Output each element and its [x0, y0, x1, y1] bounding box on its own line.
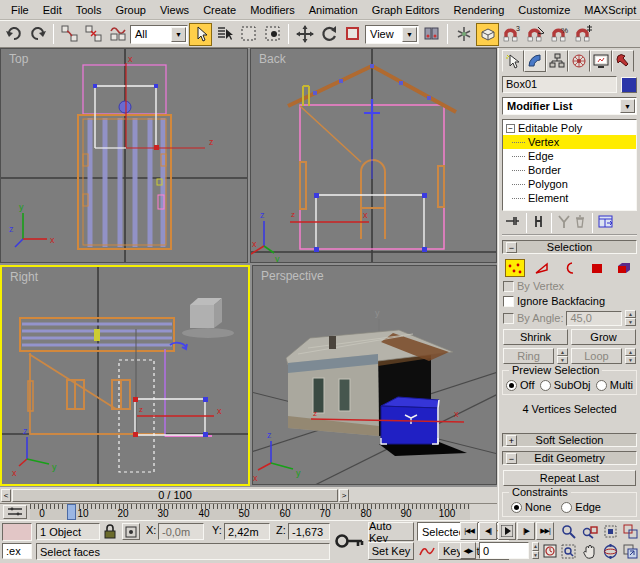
bind-to-spacewarp-icon[interactable] — [106, 23, 129, 46]
edge-mode-icon[interactable] — [532, 259, 552, 277]
by-angle-checkbox[interactable] — [503, 313, 514, 324]
auto-key-button[interactable]: Auto Key — [368, 522, 414, 541]
window-crossing-icon[interactable] — [261, 23, 284, 46]
menu-views[interactable]: Views — [153, 2, 196, 18]
loop-spinner[interactable]: ▲▼ — [625, 348, 636, 364]
time-configuration-icon[interactable] — [542, 542, 558, 560]
repeat-last-button[interactable]: Repeat Last — [503, 470, 636, 486]
constraint-none-radio[interactable] — [511, 502, 522, 513]
configure-modifier-sets-icon[interactable] — [598, 214, 615, 231]
select-and-rotate-icon[interactable] — [317, 23, 340, 46]
edit-geometry-rollout-header[interactable]: −Edit Geometry — [502, 451, 637, 465]
angle-spinner[interactable]: ▲▼ — [625, 310, 636, 326]
element-mode-icon[interactable] — [614, 259, 634, 277]
select-and-scale-icon[interactable] — [341, 23, 364, 46]
menu-create[interactable]: Create — [196, 2, 243, 18]
reference-coordinate-dropdown[interactable]: View▼ — [365, 25, 419, 44]
menu-animation[interactable]: Animation — [302, 2, 365, 18]
arc-rotate-icon[interactable] — [600, 542, 621, 560]
by-vertex-checkbox[interactable] — [503, 281, 514, 292]
next-frame-arrow[interactable]: > — [339, 489, 349, 502]
object-name-field[interactable]: Box01 — [502, 76, 617, 93]
select-and-manipulate-icon[interactable] — [452, 23, 475, 46]
preview-multi-radio[interactable] — [596, 380, 607, 391]
pin-stack-icon[interactable] — [504, 214, 521, 231]
remove-modifier-icon[interactable] — [573, 214, 587, 231]
object-color-swatch[interactable] — [621, 77, 637, 93]
select-and-move-icon[interactable] — [293, 23, 316, 46]
chevron-down-icon[interactable]: ▼ — [620, 99, 635, 113]
region-zoom-icon[interactable] — [558, 542, 579, 560]
spinner-snap-icon[interactable] — [572, 23, 595, 46]
menu-edit[interactable]: Edit — [36, 2, 69, 18]
select-by-name-icon[interactable] — [213, 23, 236, 46]
selection-lock-icon[interactable] — [103, 524, 117, 539]
previous-frame-arrow[interactable]: < — [1, 489, 11, 502]
menu-rendering[interactable]: Rendering — [447, 2, 512, 18]
loop-button[interactable]: Loop — [571, 348, 622, 364]
stack-row-editable-poly[interactable]: −Editable Poly — [503, 121, 636, 135]
grow-button[interactable]: Grow — [571, 329, 636, 345]
menu-tools[interactable]: Tools — [69, 2, 109, 18]
menu-customize[interactable]: Customize — [511, 2, 577, 18]
viewport-top[interactable]: x z y x z Top — [0, 48, 248, 263]
chevron-down-icon[interactable]: ▼ — [171, 27, 186, 42]
border-mode-icon[interactable] — [559, 259, 579, 277]
x-coordinate-field[interactable]: -0,0m — [158, 523, 204, 540]
track-bar[interactable]: 0 10 20 30 40 50 60 70 80 90 100 — [0, 503, 497, 520]
angle-snap-icon[interactable] — [524, 23, 547, 46]
stack-row-vertex[interactable]: Vertex — [503, 135, 636, 149]
default-tangent-icon[interactable] — [419, 544, 435, 558]
zoom-extents-all-icon[interactable] — [620, 522, 640, 540]
modify-tab[interactable] — [524, 50, 546, 72]
viewport-back[interactable]: x z z x y Back — [250, 48, 497, 263]
ignore-backfacing-checkbox[interactable] — [503, 296, 514, 307]
viewport-right-active[interactable]: x z z x y Right — [0, 265, 250, 486]
go-to-end-button[interactable]: ▶▶| — [536, 522, 554, 540]
select-object-icon[interactable] — [189, 23, 212, 46]
use-center-icon[interactable] — [420, 23, 443, 46]
make-unique-icon[interactable] — [557, 214, 571, 231]
percent-snap-icon[interactable]: % — [548, 23, 571, 46]
undo-icon[interactable] — [2, 23, 25, 46]
previous-frame-button[interactable]: ◀|| — [479, 522, 497, 540]
zoom-icon[interactable] — [558, 522, 579, 540]
current-frame-field[interactable]: 0 — [479, 542, 529, 559]
selection-rollout-header[interactable]: −Selection — [502, 240, 637, 254]
motion-tab[interactable] — [568, 50, 590, 72]
show-end-result-icon[interactable] — [532, 214, 546, 231]
shrink-button[interactable]: Shrink — [503, 329, 568, 345]
zoom-extents-icon[interactable] — [600, 522, 621, 540]
zoom-all-icon[interactable] — [579, 522, 600, 540]
z-coordinate-field[interactable]: -1,673 — [288, 523, 330, 540]
ring-button[interactable]: Ring — [503, 348, 554, 364]
angle-value-field[interactable]: 45,0 — [566, 311, 622, 326]
min-max-toggle-icon[interactable] — [620, 542, 640, 560]
menu-file[interactable]: File — [4, 2, 36, 18]
go-to-start-button[interactable]: |◀◀ — [460, 522, 478, 540]
next-frame-button[interactable]: ||▶ — [517, 522, 535, 540]
play-button[interactable] — [498, 522, 516, 540]
rect-selection-region-icon[interactable] — [237, 23, 260, 46]
soft-selection-rollout-header[interactable]: +Soft Selection — [502, 433, 637, 447]
current-frame-marker[interactable] — [67, 504, 76, 520]
menu-modifiers[interactable]: Modifiers — [243, 2, 302, 18]
create-tab[interactable] — [502, 50, 524, 72]
stack-row-edge[interactable]: Edge — [503, 149, 636, 163]
unlink-selection-icon[interactable] — [82, 23, 105, 46]
display-tab[interactable] — [590, 50, 612, 72]
vertex-mode-icon[interactable] — [505, 259, 525, 277]
redo-icon[interactable] — [26, 23, 49, 46]
select-and-link-icon[interactable] — [58, 23, 81, 46]
y-coordinate-field[interactable]: 2,42m — [224, 523, 270, 540]
time-slider-handle[interactable]: 0 / 100 — [12, 489, 338, 502]
mini-curve-editor-icon[interactable] — [3, 505, 27, 519]
polygon-mode-icon[interactable] — [587, 259, 607, 277]
set-keys-key-icon[interactable] — [334, 525, 364, 559]
key-mode-toggle-button[interactable]: ◀▶ — [460, 542, 476, 559]
stack-row-border[interactable]: Border — [503, 163, 636, 177]
absolute-offset-toggle-icon[interactable] — [122, 523, 140, 540]
frame-spinner[interactable]: ▲▼ — [530, 542, 541, 559]
set-key-button[interactable]: Set Key — [368, 542, 414, 560]
preview-off-radio[interactable] — [506, 380, 517, 391]
